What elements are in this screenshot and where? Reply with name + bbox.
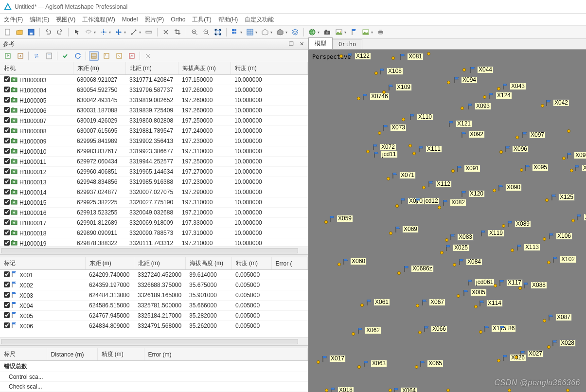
list-item[interactable]: Check scal... [0, 382, 308, 392]
viewport-point[interactable] [408, 144, 412, 147]
viewport-marker[interactable]: X066 [423, 325, 447, 333]
viewport-marker[interactable]: X018 [330, 387, 354, 392]
redo-icon[interactable] [55, 27, 65, 37]
table-row[interactable]: H1000018629890.0909113320090.788573197.3… [0, 228, 308, 238]
viewport-point[interactable] [520, 168, 523, 172]
viewport-marker[interactable]: X119 [480, 230, 504, 237]
viewport-marker[interactable]: X059 [329, 215, 353, 222]
export-image-icon[interactable] [361, 27, 371, 37]
check-icon[interactable] [60, 51, 70, 61]
row-checkbox[interactable] [4, 76, 10, 82]
scale-table-wrap[interactable]: 标尺 Distance (m) 精度 (m) Error (m) 错误总数 Co… [0, 348, 308, 392]
row-checkbox[interactable] [4, 117, 10, 123]
viewport-marker[interactable]: X043 [502, 83, 526, 90]
viewport-point[interactable] [562, 157, 566, 160]
layers-icon[interactable] [290, 27, 300, 37]
viewport-point[interactable] [462, 68, 466, 71]
viewport-point[interactable] [453, 263, 456, 267]
markers-table-wrap[interactable]: 标记 东距 (m) 北距 (m) 海拔高度 (m) 精度 (m) Error (… [0, 257, 308, 338]
viewport-marker[interactable]: jcd11 [373, 151, 398, 158]
table-row[interactable]: H1000017629901.8126893320069.918009197.3… [0, 218, 308, 228]
table-row[interactable]: H1000012629960.4068513319965.144634197.2… [0, 167, 308, 177]
print-icon[interactable] [376, 27, 386, 37]
viewport-marker[interactable]: X027 [519, 350, 544, 357]
viewport-point[interactable] [483, 95, 486, 99]
menu-edit[interactable]: 编辑(E) [30, 16, 49, 24]
viewport-marker[interactable]: X060 [342, 258, 367, 265]
viewport-point[interactable] [499, 150, 503, 154]
row-checkbox[interactable] [4, 107, 10, 113]
zoom-out-icon[interactable] [201, 27, 211, 37]
list-item[interactable]: Control sca... [0, 372, 308, 382]
menu-custom[interactable]: 自定义功能 [245, 16, 274, 24]
table-row[interactable]: X004624586.5150003325781.50000035.666000… [0, 301, 308, 311]
viewport-marker[interactable]: X097 [521, 131, 546, 139]
viewport-marker[interactable]: X091 [456, 165, 480, 172]
row-checkbox[interactable] [4, 219, 10, 225]
viewport-point[interactable] [493, 189, 496, 192]
undo-icon[interactable] [43, 27, 53, 37]
table-row[interactable]: H1000016629913.5232553320049.032688197.2… [0, 208, 308, 218]
viewport-point[interactable] [440, 251, 444, 254]
viewport-point[interactable] [494, 284, 497, 287]
viewport-marker[interactable]: X121 [448, 120, 472, 127]
viewport-point[interactable] [391, 56, 395, 60]
col-s-dist[interactable]: Distance (m) [47, 348, 97, 361]
cameras-view-icon[interactable] [89, 51, 99, 61]
scalebar-view-icon[interactable] [114, 51, 124, 61]
table-row[interactable]: X001624209.7400003327240.45200039.614000… [0, 270, 308, 280]
viewport-marker[interactable]: X122 [347, 53, 371, 60]
settings-icon[interactable] [143, 51, 153, 61]
viewport-point[interactable] [451, 169, 455, 173]
viewport-point[interactable] [446, 389, 450, 392]
chart-view-icon[interactable] [127, 51, 137, 61]
viewport-point[interactable] [416, 304, 419, 307]
menu-ortho[interactable]: Ortho [171, 16, 185, 23]
viewport-point[interactable] [570, 169, 573, 172]
viewport-marker[interactable]: X088 [523, 282, 547, 289]
table-row[interactable]: H1000007630019.4260293319860.802808197.2… [0, 116, 308, 126]
flag-icon[interactable] [349, 27, 359, 37]
menu-workflow[interactable]: 工作流程(W) [82, 16, 115, 24]
col-m-alt[interactable]: 海拔高度 (m) [185, 257, 231, 270]
viewport-point[interactable] [357, 97, 360, 100]
tab-model[interactable]: 模型 [308, 37, 333, 49]
viewport-point[interactable] [571, 219, 575, 222]
viewport-point[interactable] [545, 198, 549, 202]
menu-photos[interactable]: 照片(P) [144, 16, 164, 24]
menu-tools[interactable]: 工具(T) [192, 16, 211, 24]
viewport-marker[interactable]: X028 [551, 339, 576, 347]
viewport-point[interactable] [339, 54, 343, 58]
col-acc[interactable]: 精度 (m) [231, 62, 308, 75]
col-s-err[interactable]: Error (m) [144, 348, 308, 361]
viewport-marker[interactable]: X062 [357, 327, 381, 334]
viewport-point[interactable] [518, 286, 522, 290]
table-row[interactable]: H1000004630054.5927503319796.587737197.2… [0, 85, 308, 95]
viewport-marker[interactable]: X125 [550, 194, 575, 201]
row-checkbox[interactable] [4, 282, 10, 287]
table-row[interactable]: H1000019629878.3883223320111.743312197.2… [0, 238, 308, 247]
menu-view[interactable]: 视图(V) [56, 16, 75, 24]
col-east[interactable]: 东距 (m) [73, 62, 125, 75]
table-row[interactable]: X002624359.1970003326688.37500035.675000… [0, 280, 308, 290]
viewport-marker[interactable]: X126 [576, 214, 586, 221]
import-icon[interactable] [3, 51, 13, 61]
shading-icon[interactable] [260, 27, 270, 37]
viewport-point[interactable] [374, 71, 378, 75]
viewport-marker[interactable]: X106 [548, 232, 572, 240]
viewport-marker[interactable]: X081 [399, 53, 424, 60]
viewport-point[interactable] [508, 389, 511, 392]
row-checkbox[interactable] [4, 302, 10, 308]
export-icon[interactable] [16, 51, 25, 61]
table-row[interactable]: X006624834.8090003324791.56800035.262000… [0, 321, 308, 331]
viewport-point[interactable] [360, 303, 364, 307]
cameras-hscroll[interactable] [0, 247, 308, 254]
viewport-marker[interactable]: X064 [393, 387, 417, 392]
menu-file[interactable]: 文件(F) [4, 16, 23, 24]
col-camera[interactable]: 相机 [0, 62, 73, 75]
table-row[interactable]: X005624767.9450003325184.21700035.282000… [0, 311, 308, 321]
viewport-marker[interactable]: X112 [427, 180, 452, 188]
viewport-point[interactable] [445, 238, 448, 242]
viewport-point[interactable] [515, 136, 519, 139]
save-icon[interactable] [26, 27, 36, 37]
